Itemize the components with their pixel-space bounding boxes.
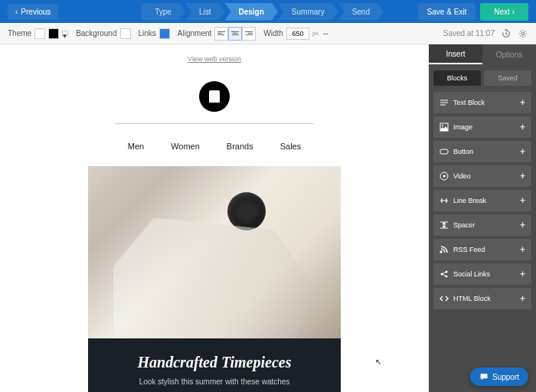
hero-image	[88, 166, 341, 338]
align-left-button[interactable]	[214, 27, 228, 41]
wizard-step-design[interactable]: Design	[225, 3, 278, 21]
next-button[interactable]: Next ›	[480, 3, 528, 21]
background-swatch[interactable]	[120, 28, 131, 39]
block-social[interactable]: Social Links+	[433, 263, 531, 285]
block-button[interactable]: Button+	[433, 141, 531, 162]
align-right-button[interactable]	[242, 27, 256, 41]
rss-icon	[440, 245, 449, 254]
background-label: Background	[76, 29, 116, 38]
block-label: Social Links	[453, 270, 490, 278]
wizard-step-type[interactable]: Type	[141, 3, 185, 21]
wizard-steps: Type List Design Summary Send	[141, 3, 384, 21]
svg-rect-3	[440, 149, 448, 154]
nav-men[interactable]: Men	[128, 142, 144, 151]
block-label: HTML Block	[453, 295, 491, 302]
saved-status: Saved at 11:07	[443, 29, 495, 38]
wizard-step-list[interactable]: List	[185, 3, 225, 21]
block-video[interactable]: Video+	[433, 165, 531, 187]
chevron-down-icon[interactable]: ▾	[62, 31, 68, 37]
wizard-step-summary[interactable]: Summary	[278, 3, 338, 21]
previous-button[interactable]: ‹Previous	[8, 4, 58, 20]
hero-subtitle: Look stylish this summer with these watc…	[96, 377, 333, 386]
block-spacer[interactable]: Spacer+	[433, 214, 531, 236]
plus-icon: +	[520, 171, 525, 181]
svg-point-0	[521, 32, 525, 35]
brand-logo	[199, 81, 230, 112]
links-swatch[interactable]	[159, 28, 170, 39]
support-button[interactable]: Support	[470, 368, 528, 386]
block-label: Image	[453, 123, 472, 131]
block-label: Text Block	[453, 99, 485, 106]
plus-icon: +	[520, 269, 525, 279]
spacer-icon	[440, 220, 449, 230]
html-icon	[440, 294, 449, 303]
plus-icon: +	[520, 97, 525, 108]
links-label: Links	[139, 29, 156, 38]
design-toolbar: Theme▾ Background Links Alignment Widthp…	[0, 23, 536, 44]
width-unit: px	[312, 30, 319, 37]
subtab-blocks[interactable]: Blocks	[433, 70, 481, 86]
save-exit-button[interactable]: Save & Exit	[418, 3, 476, 21]
plus-icon: +	[520, 293, 525, 304]
block-rss[interactable]: RSS Feed+	[433, 239, 531, 260]
hero-text: Handcrafted Timepieces Look stylish this…	[88, 338, 341, 392]
hero-title: Handcrafted Timepieces	[96, 354, 333, 371]
line-icon	[440, 196, 449, 205]
block-line[interactable]: Line Break+	[433, 190, 531, 211]
history-icon[interactable]	[501, 28, 511, 39]
alignment-label: Alignment	[178, 29, 211, 38]
theme-swatch-light[interactable]	[34, 28, 45, 39]
plus-icon: +	[520, 122, 525, 132]
subtab-saved[interactable]: Saved	[484, 70, 531, 86]
block-html[interactable]: HTML Block+	[433, 288, 531, 309]
gear-icon[interactable]	[518, 28, 528, 39]
social-icon	[440, 270, 449, 279]
plus-icon: +	[520, 146, 525, 157]
top-bar: ‹Previous Type List Design Summary Send …	[0, 0, 536, 23]
chevron-right-icon: ›	[512, 8, 515, 16]
blocks-list: Text Block+Image+Button+Video+Line Break…	[429, 92, 536, 309]
nav-women[interactable]: Women	[171, 142, 200, 151]
theme-label: Theme	[8, 29, 31, 38]
block-label: Line Break	[453, 197, 486, 204]
expand-icon[interactable]: ↔	[322, 29, 329, 38]
block-image[interactable]: Image+	[433, 116, 531, 138]
block-label: Video	[453, 172, 471, 180]
align-center-button[interactable]	[228, 27, 242, 41]
wizard-step-send[interactable]: Send	[338, 3, 384, 21]
svg-point-2	[442, 125, 443, 126]
nav-brands[interactable]: Brands	[227, 142, 253, 151]
email-canvas: View web version Men Women Brands Sales …	[0, 44, 429, 392]
block-text[interactable]: Text Block+	[433, 92, 531, 113]
sidebar: Insert Options Blocks Saved Text Block+I…	[429, 44, 536, 392]
canvas-area[interactable]: View web version Men Women Brands Sales …	[0, 44, 429, 392]
plus-icon: +	[520, 244, 525, 255]
tab-options[interactable]: Options	[482, 44, 536, 64]
block-label: RSS Feed	[453, 246, 485, 253]
view-web-link[interactable]: View web version	[0, 52, 429, 66]
image-icon	[440, 122, 449, 132]
video-icon	[440, 172, 449, 181]
block-label: Button	[453, 148, 473, 155]
block-label: Spacer	[453, 221, 476, 229]
plus-icon: +	[520, 220, 525, 230]
hero-block[interactable]: Handcrafted Timepieces Look stylish this…	[88, 166, 341, 392]
tab-insert[interactable]: Insert	[429, 44, 482, 64]
divider	[115, 123, 314, 124]
width-input[interactable]	[286, 28, 309, 40]
chevron-left-icon: ‹	[15, 8, 18, 16]
nav-menu: Men Women Brands Sales	[0, 136, 429, 166]
width-label: Width	[263, 29, 283, 38]
chat-icon	[479, 372, 489, 381]
button-icon	[440, 147, 449, 156]
theme-swatch-dark[interactable]	[48, 28, 59, 39]
text-icon	[440, 98, 449, 107]
plus-icon: +	[520, 195, 525, 206]
nav-sales[interactable]: Sales	[280, 142, 302, 151]
